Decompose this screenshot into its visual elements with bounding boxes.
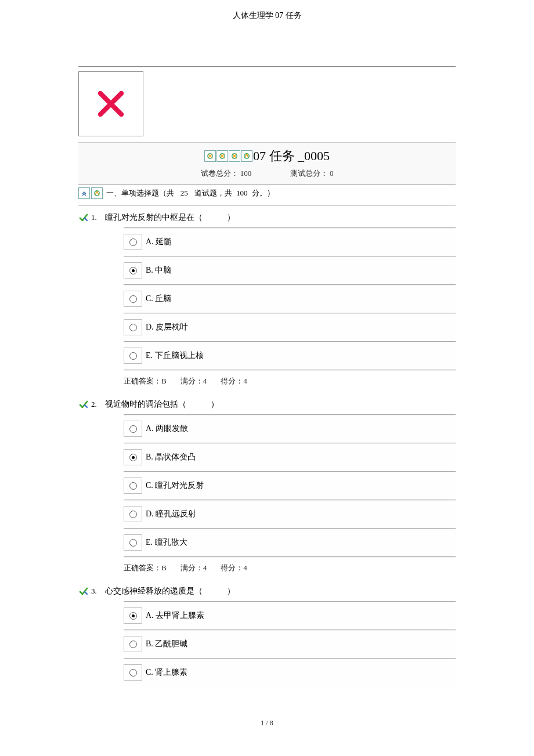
radio-indicator [129, 669, 137, 677]
correct-answer-label: 正确答案： [124, 563, 161, 572]
radio-indicator [129, 352, 137, 360]
question: 3.心交感神经释放的递质是（ ）A. 去甲肾上腺素B. 乙酰胆碱C. 肾上腺素 [78, 586, 456, 686]
option-row: B. 晶状体变凸 [124, 443, 456, 471]
option-label: C. 肾上腺素 [146, 667, 187, 678]
radio-button[interactable] [124, 664, 142, 681]
section-header: 一、单项选择题（共 25 道试题，共 100 分。） [78, 185, 456, 201]
question-header: 1.瞳孔对光反射的中枢是在（ ） [78, 212, 456, 223]
radio-button[interactable] [124, 348, 142, 364]
full-score-value: 4 [203, 563, 207, 572]
radio-indicator [129, 454, 137, 461]
radio-button[interactable] [124, 449, 142, 465]
radio-indicator [129, 295, 137, 303]
questions-container: 1.瞳孔对光反射的中枢是在（ ）A. 延髓B. 中脑C. 丘脑D. 皮层枕叶E.… [78, 212, 456, 686]
question: 2.视近物时的调治包括（ ）A. 两眼发散B. 晶状体变凸C. 瞳孔对光反射D.… [78, 399, 456, 579]
page-number: 1 / 8 [261, 719, 273, 727]
question-text: 视近物时的调治包括（ ） [105, 399, 219, 410]
radio-button[interactable] [124, 607, 142, 624]
page-header: 人体生理学 07 任务 [0, 0, 534, 21]
section-mid: 道试题，共 [194, 189, 232, 197]
radio-indicator [129, 425, 137, 433]
nav-icon[interactable] [217, 150, 228, 162]
option-list: A. 两眼发散B. 晶状体变凸C. 瞳孔对光反射D. 瞳孔远反射E. 瞳孔散大 [124, 414, 456, 556]
option-row: C. 瞳孔对光反射 [124, 471, 456, 500]
error-image-placeholder [78, 71, 143, 136]
option-label: B. 晶状体变凸 [146, 452, 196, 462]
score-line: 试卷总分： 100 测试总分： 0 [78, 165, 456, 182]
correct-answer-label: 正确答案： [124, 377, 161, 385]
option-label: E. 瞳孔散大 [146, 537, 187, 548]
option-label: E. 下丘脑视上核 [146, 350, 204, 361]
radio-indicator [129, 482, 137, 490]
content-area: 07 任务 _0005 试卷总分： 100 测试总分： 0 一、单项选择题（共 … [78, 66, 456, 686]
answer-row: 正确答案：B满分：4得分：4 [124, 556, 456, 579]
option-list: A. 延髓B. 中脑C. 丘脑D. 皮层枕叶E. 下丘脑视上核 [124, 227, 456, 370]
nav-icon[interactable] [229, 150, 240, 162]
section-suffix: 分。） [252, 189, 275, 197]
option-row: C. 肾上腺素 [124, 658, 456, 686]
radio-button[interactable] [124, 291, 142, 307]
nav-icon[interactable] [241, 150, 252, 162]
paper-total-label: 试卷总分： [201, 169, 239, 178]
option-row: D. 皮层枕叶 [124, 313, 456, 341]
radio-indicator [129, 612, 137, 620]
divider [78, 205, 456, 205]
radio-button[interactable] [124, 478, 142, 494]
full-score-label: 满分： [181, 377, 203, 385]
option-label: A. 去甲肾上腺素 [146, 610, 204, 621]
radio-indicator [129, 324, 137, 331]
option-row: A. 两眼发散 [124, 414, 456, 443]
question-header: 3.心交感神经释放的递质是（ ） [78, 586, 456, 596]
marker-icon[interactable] [91, 187, 103, 199]
question-number: 3. [91, 587, 102, 596]
correct-check-icon [78, 399, 89, 410]
option-row: E. 下丘脑视上核 [124, 341, 456, 370]
section-prefix: 一、单项选择题（共 [106, 189, 174, 197]
title-icon-group [204, 150, 253, 162]
got-score-label: 得分： [221, 377, 243, 385]
divider [78, 66, 456, 67]
option-row: D. 瞳孔远反射 [124, 500, 456, 528]
option-label: D. 皮层枕叶 [146, 322, 188, 332]
radio-indicator [129, 641, 137, 648]
nav-icon[interactable] [204, 150, 216, 162]
option-label: D. 瞳孔远反射 [146, 509, 196, 519]
question-number: 2. [91, 400, 102, 409]
question-header: 2.视近物时的调治包括（ ） [78, 399, 456, 410]
question: 1.瞳孔对光反射的中枢是在（ ）A. 延髓B. 中脑C. 丘脑D. 皮层枕叶E.… [78, 212, 456, 392]
got-score-value: 4 [243, 377, 247, 385]
option-label: C. 瞳孔对光反射 [146, 480, 204, 491]
option-label: A. 两眼发散 [146, 424, 188, 434]
option-row: A. 延髓 [124, 227, 456, 256]
full-score-label: 满分： [181, 563, 203, 572]
option-row: B. 中脑 [124, 256, 456, 284]
option-list: A. 去甲肾上腺素B. 乙酰胆碱C. 肾上腺素 [124, 601, 456, 686]
radio-button[interactable] [124, 534, 142, 551]
radio-indicator [129, 539, 137, 547]
page-title: 人体生理学 07 任务 [233, 11, 302, 20]
section-text: 一、单项选择题（共 25 道试题，共 100 分。） [106, 188, 275, 198]
section-score: 100 [234, 189, 250, 198]
radio-button[interactable] [124, 506, 142, 522]
got-score-value: 4 [243, 563, 247, 572]
page-footer: 1 / 8 [0, 719, 534, 739]
radio-indicator [129, 511, 137, 518]
radio-button[interactable] [124, 421, 142, 437]
got-score-label: 得分： [221, 563, 243, 572]
radio-button[interactable] [124, 636, 142, 652]
radio-indicator [129, 238, 137, 246]
cross-icon [93, 86, 129, 122]
option-row: E. 瞳孔散大 [124, 528, 456, 556]
correct-answer-value: B [161, 563, 167, 572]
quiz-title-bar: 07 任务 _0005 试卷总分： 100 测试总分： 0 [78, 142, 456, 185]
question-text: 心交感神经释放的递质是（ ） [105, 586, 235, 596]
radio-button[interactable] [124, 262, 142, 278]
collapse-icon[interactable] [78, 187, 90, 199]
test-total-label: 测试总分： [290, 169, 328, 178]
radio-button[interactable] [124, 234, 142, 250]
radio-button[interactable] [124, 319, 142, 335]
radio-indicator [129, 267, 137, 274]
option-label: B. 乙酰胆碱 [146, 639, 187, 649]
answer-row: 正确答案：B满分：4得分：4 [124, 370, 456, 392]
option-label: C. 丘脑 [146, 294, 171, 304]
